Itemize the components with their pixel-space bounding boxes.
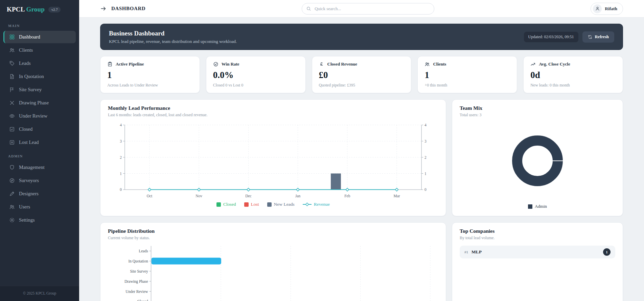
sidebar-item-under-review[interactable]: Under Review: [3, 110, 76, 122]
legend-swatch: [244, 202, 249, 207]
sidebar-item-label: Leads: [19, 60, 31, 66]
flag-icon: [9, 87, 15, 93]
legend-item-new-leads[interactable]: New Leads: [267, 202, 295, 207]
kpi-card-clients: Clients1+0 this month: [417, 56, 517, 93]
sidebar-item-label: Management: [19, 165, 45, 170]
main-area: DASHBOARD Rifath Business Dashboard KPCL…: [79, 0, 644, 301]
top-companies-list: #1MLP1: [460, 246, 615, 258]
panel-title: Top Companies: [460, 228, 615, 234]
svg-text:3: 3: [424, 139, 427, 143]
sidebar-item-surveyors[interactable]: Surveyors: [3, 174, 76, 187]
sidebar-item-users[interactable]: Users: [3, 201, 76, 213]
sidebar-item-label: Clients: [19, 47, 33, 53]
monthly-performance-chart: 0011223344OctNovDecJanFebMar: [108, 121, 438, 200]
kpi-header: Active Pipeline: [107, 61, 193, 67]
sidebar-item-dashboard[interactable]: Dashboard: [3, 31, 76, 43]
legend-item-revenue[interactable]: Revenue: [303, 202, 330, 207]
team-mix-panel: Team Mix Total users: 3 Admin: [452, 99, 623, 216]
svg-text:4: 4: [424, 123, 427, 127]
refresh-button[interactable]: Refresh: [582, 31, 614, 43]
svg-text:4: 4: [120, 123, 122, 127]
line-point-icon: [303, 202, 312, 206]
refresh-icon: [588, 35, 592, 39]
sidebar-item-closed[interactable]: Closed: [3, 123, 76, 135]
tag-icon: [9, 60, 15, 66]
user-menu-button[interactable]: Rifath: [591, 3, 623, 15]
svg-text:In Quotation: In Quotation: [128, 259, 148, 263]
svg-text:Site Survey: Site Survey: [130, 269, 148, 274]
svg-text:Closed: Closed: [137, 299, 148, 301]
panel-title: Team Mix: [460, 105, 615, 111]
kpi-subtext: Across Leads to Under Review: [107, 83, 193, 88]
dashboard-hero: Business Dashboard KPCL lead pipeline, r…: [100, 24, 623, 50]
brand: KPCL Group v2.7: [0, 0, 79, 18]
search-icon: [306, 6, 311, 11]
kpi-value: £0: [319, 70, 405, 80]
kpi-card-closed-revenue: Closed Revenue£0Quoted pipeline: £395: [312, 56, 412, 93]
svg-text:1: 1: [120, 172, 122, 176]
legend-swatch: [216, 202, 221, 207]
legend-swatch: [528, 204, 532, 209]
eye-icon: [9, 113, 15, 119]
clipboard-icon: [107, 61, 113, 67]
person-icon: [595, 6, 600, 11]
search-box: [302, 3, 434, 15]
users-icon: [9, 47, 15, 53]
hero-title: Business Dashboard: [109, 30, 237, 37]
kpi-label: Win Rate: [222, 61, 239, 67]
kpi-header: Clients: [424, 61, 510, 67]
panel-subtitle: By total lead volume.: [460, 235, 615, 241]
sidebar-item-label: Under Review: [19, 113, 47, 119]
grid-icon: [9, 34, 15, 40]
x-square-icon: [9, 140, 15, 145]
sidebar-nav: MAINDashboardClientsLeadsIn QuotationSit…: [0, 18, 79, 286]
search-input[interactable]: [302, 3, 434, 15]
legend-label: Closed: [223, 202, 236, 207]
svg-text:1: 1: [424, 172, 427, 176]
pipeline-distribution-chart: LeadsIn QuotationSite SurveyDrawing Phas…: [108, 244, 438, 301]
panel-title: Pipeline Distribution: [108, 228, 438, 234]
kpi-card-win-rate: Win Rate0.0%Closed 0 vs Lost 0: [206, 56, 306, 93]
panel-subtitle: Total users: 3: [460, 112, 615, 118]
sidebar-item-clients[interactable]: Clients: [3, 44, 76, 56]
donut-wrap: [460, 118, 615, 204]
users-icon: [424, 61, 430, 67]
svg-text:3: 3: [120, 139, 122, 143]
svg-text:0: 0: [120, 187, 122, 192]
kpi-label: Closed Revenue: [327, 61, 357, 67]
gear-icon: [9, 217, 15, 223]
legend-item-closed[interactable]: Closed: [216, 202, 236, 207]
legend-item-admin[interactable]: Admin: [528, 204, 547, 209]
avatar: [593, 4, 602, 13]
sidebar-item-label: Closed: [19, 126, 32, 132]
hero-text: Business Dashboard KPCL lead pipeline, r…: [109, 30, 237, 44]
sidebar-item-label: Surveyors: [19, 178, 39, 183]
sidebar-item-in-quotation[interactable]: In Quotation: [3, 70, 76, 83]
sidebar-item-leads[interactable]: Leads: [3, 57, 76, 70]
arrow-right-icon: [100, 5, 107, 12]
sidebar-item-designers[interactable]: Designers: [3, 187, 76, 200]
kpi-card-active-pipeline: Active Pipeline1Across Leads to Under Re…: [100, 56, 200, 93]
legend-label: Lost: [251, 202, 259, 207]
svg-text:Jan: Jan: [295, 194, 301, 198]
brand-primary: KPCL: [7, 6, 25, 13]
kpi-header: Win Rate: [213, 61, 299, 67]
company-name: MLP: [472, 249, 482, 255]
sidebar-item-management[interactable]: Management: [3, 161, 76, 174]
sidebar-item-label: Lost Lead: [19, 140, 39, 145]
sidebar-item-settings[interactable]: Settings: [3, 214, 76, 226]
hero-actions: Updated: 02/03/2026, 09:51 Refresh: [524, 31, 614, 43]
tools-icon: [9, 100, 15, 106]
sidebar-item-lost-lead[interactable]: Lost Lead: [3, 136, 76, 149]
kpi-card-avg-close-cycle: Avg. Close Cycle0dNew leads: 0 this mont…: [523, 56, 623, 93]
legend-item-lost[interactable]: Lost: [244, 202, 259, 207]
svg-text:Under Review: Under Review: [125, 290, 148, 294]
sidebar-item-drawing-phase[interactable]: Drawing Phase: [3, 97, 76, 109]
top-companies-panel: Top Companies By total lead volume. #1ML…: [452, 222, 623, 301]
file-icon: [9, 74, 15, 79]
kpi-row: Active Pipeline1Across Leads to Under Re…: [100, 56, 623, 93]
company-count-badge: 1: [603, 248, 611, 256]
sidebar-item-label: Dashboard: [19, 34, 40, 40]
brand-accent: Group: [26, 6, 45, 13]
sidebar-item-site-survey[interactable]: Site Survey: [3, 83, 76, 96]
